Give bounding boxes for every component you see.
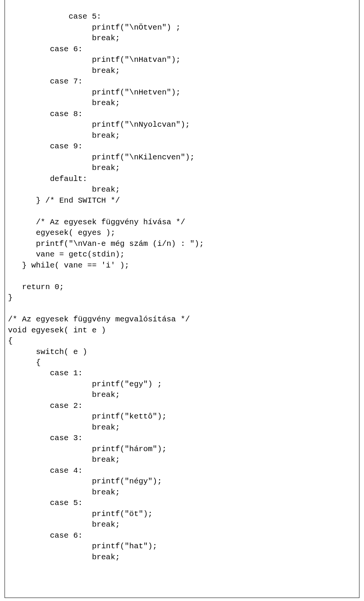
- code-listing: case 5: printf("\nÖtven") ; break; case …: [5, 0, 359, 598]
- code-content: case 5: printf("\nÖtven") ; break; case …: [8, 12, 204, 561]
